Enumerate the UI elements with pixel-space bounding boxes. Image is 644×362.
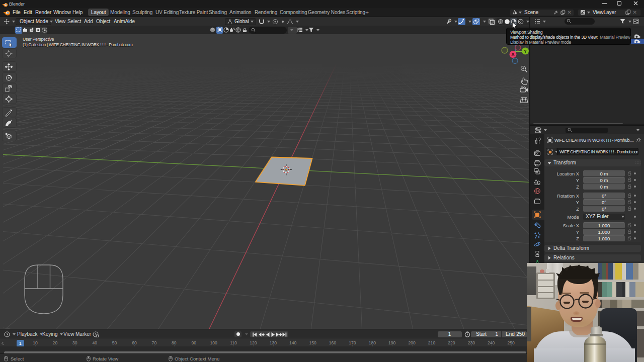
svg-text:X: X bbox=[511, 52, 514, 57]
svg-text:Y: Y bbox=[524, 49, 527, 54]
